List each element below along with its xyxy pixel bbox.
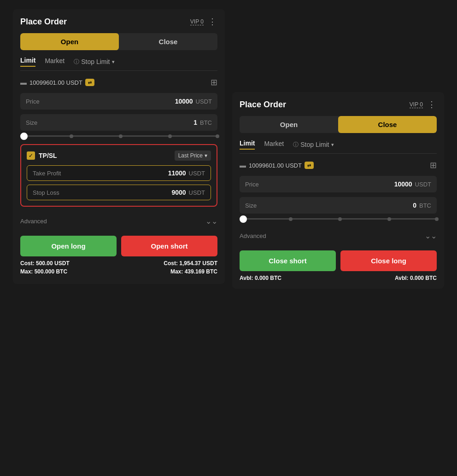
price-value-2: 10000 (394, 180, 412, 188)
size-input-row-2[interactable]: Size 0 BTC (240, 197, 437, 214)
open-tab-1[interactable]: Open (20, 33, 119, 50)
price-unit-2: USDT (415, 181, 431, 188)
open-close-tabs-1: Open Close (20, 33, 217, 50)
header-right-2: VIP 0 ⋮ (410, 99, 437, 110)
cost-right-1: Cost: 1,954.37 USDT (164, 260, 217, 267)
size-unit-2: BTC (419, 202, 431, 209)
advanced-row-1[interactable]: Advanced ⌄⌄ (20, 212, 217, 230)
slider-thumb-2[interactable] (240, 215, 247, 223)
take-profit-value: 11000 (168, 169, 186, 177)
size-value-2: 0 (413, 202, 416, 209)
last-price-label: Last Price (178, 152, 203, 159)
price-value-1: 10000 (175, 98, 193, 105)
avbl-right-value-2: 0.000 BTC (410, 275, 437, 281)
market-tab-2[interactable]: Market (264, 140, 284, 149)
tpsl-checkbox[interactable]: ✓ (27, 151, 35, 160)
stop-loss-row[interactable]: Stop Loss 9000 USDT (27, 185, 211, 200)
close-tab-2[interactable]: Close (338, 116, 437, 133)
stop-limit-label-1: Stop Limit (81, 58, 110, 65)
limit-tab-2[interactable]: Limit (240, 139, 255, 150)
panel-title-1: Place Order (20, 17, 67, 27)
slider-dot-25-1 (70, 134, 73, 138)
swap-icon-1[interactable]: ⇄ (85, 79, 94, 86)
avbl-right-label-2: Avbl: (395, 275, 409, 281)
close-long-button[interactable]: Close long (340, 250, 437, 271)
take-profit-row[interactable]: Take Profit 11000 USDT (27, 165, 211, 181)
balance-row-2: ▬ 10099601.00 USDT ⇄ ⊞ (240, 160, 437, 170)
price-label-2: Price (245, 181, 394, 188)
slider-dot-75-2 (387, 217, 391, 221)
max-left-label-1: Max: (20, 268, 33, 275)
advanced-row-2[interactable]: Advanced ⌄⌄ (240, 227, 437, 245)
panel-close: Place Order VIP 0 ⋮ Open Close Limit Mar… (232, 92, 444, 289)
tpsl-left: ✓ TP/SL (27, 151, 57, 160)
panel-header-2: Place Order VIP 0 ⋮ (240, 99, 437, 110)
swap-icon-2[interactable]: ⇄ (305, 162, 314, 169)
stop-loss-label: Stop Loss (33, 189, 171, 196)
balance-left-2: ▬ 10099601.00 USDT ⇄ (240, 162, 314, 169)
order-type-tabs-2: Limit Market ⓘ Stop Limit ▾ (240, 139, 437, 154)
card-icon-1: ▬ (20, 79, 27, 86)
balance-value-2: 10099601.00 USDT (249, 162, 302, 169)
action-buttons-2: Close short Close long (240, 250, 437, 271)
advanced-label-1: Advanced (20, 218, 47, 225)
card-icon-2: ▬ (240, 162, 246, 169)
slider-dot-25-2 (289, 217, 293, 221)
tpsl-label: TP/SL (39, 152, 57, 159)
last-price-chevron: ▾ (205, 152, 207, 159)
close-short-button[interactable]: Close short (240, 250, 336, 271)
slider-dot-75-1 (168, 134, 172, 138)
stop-limit-chevron-1: ▾ (112, 59, 115, 65)
slider-dot-50-2 (338, 217, 342, 221)
panel-open: Place Order VIP 0 ⋮ Open Close Limit Mar… (13, 9, 225, 284)
calc-icon-2[interactable]: ⊞ (430, 160, 437, 170)
slider-track-2 (240, 218, 437, 220)
slider-2[interactable] (240, 218, 437, 220)
slider-dot-100-2 (435, 217, 439, 221)
advanced-chevron-2: ⌄⌄ (425, 232, 437, 240)
avbl-row-2: Avbl: 0.000 BTC Avbl: 0.000 BTC (240, 275, 437, 281)
price-unit-1: USDT (196, 98, 212, 105)
market-tab-1[interactable]: Market (45, 57, 64, 66)
stop-limit-info-icon-2: ⓘ (293, 141, 299, 149)
max-left-1: Max: 500.000 BTC (20, 268, 67, 275)
calc-icon-1[interactable]: ⊞ (211, 77, 217, 87)
max-right-label-1: Max: (170, 268, 183, 275)
size-input-row-1[interactable]: Size 1 BTC (20, 114, 217, 131)
take-profit-label: Take Profit (33, 170, 168, 177)
last-price-dropdown[interactable]: Last Price ▾ (175, 151, 211, 161)
dots-menu-icon-2[interactable]: ⋮ (428, 99, 437, 110)
advanced-label-2: Advanced (240, 232, 266, 239)
cost-left-1: Cost: 500.00 USDT (20, 260, 70, 267)
panel-title-2: Place Order (240, 100, 286, 110)
stop-limit-tab-1[interactable]: ⓘ Stop Limit ▾ (74, 58, 114, 66)
vip-badge-2: VIP 0 (410, 101, 423, 108)
max-row-1: Max: 500.000 BTC Max: 439.169 BTC (20, 268, 217, 275)
stop-limit-tab-2[interactable]: ⓘ Stop Limit ▾ (293, 141, 334, 149)
slider-dot-50-1 (119, 134, 123, 138)
size-label-2: Size (245, 202, 413, 209)
price-input-row-2[interactable]: Price 10000 USDT (240, 176, 437, 192)
close-tab-1[interactable]: Close (119, 33, 217, 50)
header-right-1: VIP 0 ⋮ (190, 17, 217, 27)
stop-limit-label-2: Stop Limit (300, 141, 329, 148)
cost-right-label-1: Cost: (164, 260, 178, 267)
stop-loss-value: 9000 (171, 189, 186, 196)
dots-menu-icon-1[interactable]: ⋮ (208, 17, 217, 27)
avbl-right-2: Avbl: 0.000 BTC (395, 275, 437, 281)
advanced-chevron-1: ⌄⌄ (205, 217, 217, 226)
price-label-1: Price (26, 98, 175, 105)
size-value-1: 1 (193, 119, 197, 126)
balance-value-1: 10099601.00 USDT (29, 79, 82, 86)
open-long-button[interactable]: Open long (20, 236, 117, 256)
limit-tab-1[interactable]: Limit (20, 57, 35, 67)
open-close-tabs-2: Open Close (240, 116, 437, 133)
max-right-1: Max: 439.169 BTC (170, 268, 217, 275)
open-short-button[interactable]: Open short (121, 236, 217, 256)
cost-left-label-1: Cost: (20, 260, 35, 267)
price-input-row-1[interactable]: Price 10000 USDT (20, 93, 217, 110)
order-type-tabs-1: Limit Market ⓘ Stop Limit ▾ (20, 57, 217, 71)
open-tab-2[interactable]: Open (240, 116, 338, 133)
slider-thumb-1[interactable] (20, 133, 28, 140)
slider-1[interactable] (20, 135, 217, 137)
